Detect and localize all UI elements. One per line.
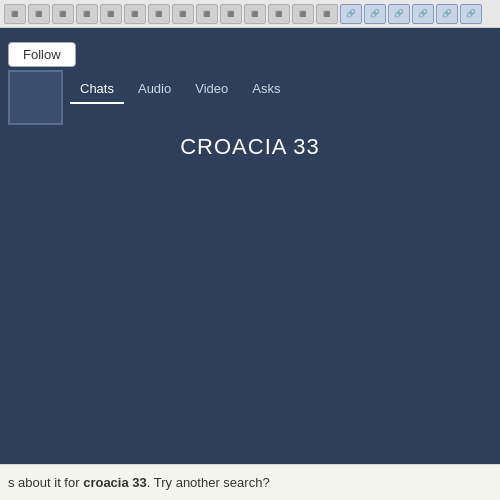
page-title: CROACIA 33	[0, 114, 500, 170]
link-icon-2[interactable]: 🔗	[364, 4, 386, 24]
tab-video[interactable]: Video	[185, 75, 238, 104]
toolbar-icon-7[interactable]: ▦	[148, 4, 170, 24]
main-area: Follow Chats Audio Video Asks CROACIA 33…	[0, 28, 500, 500]
tab-asks[interactable]: Asks	[242, 75, 290, 104]
message-prefix: s about it for	[8, 475, 83, 490]
toolbar-icon-12[interactable]: ▦	[268, 4, 290, 24]
search-term: croacia 33	[83, 475, 147, 490]
link-icon-3[interactable]: 🔗	[388, 4, 410, 24]
toolbar-icon-2[interactable]: ▦	[28, 4, 50, 24]
toolbar-icon-5[interactable]: ▦	[100, 4, 122, 24]
message-suffix: . Try another search?	[147, 475, 270, 490]
content-area	[0, 170, 500, 430]
toolbar-icon-10[interactable]: ▦	[220, 4, 242, 24]
toolbar-icon-1[interactable]: ▦	[4, 4, 26, 24]
avatar	[8, 70, 63, 125]
toolbar-icon-3[interactable]: ▦	[52, 4, 74, 24]
tab-chats[interactable]: Chats	[70, 75, 124, 104]
link-icon-5[interactable]: 🔗	[436, 4, 458, 24]
link-icon-6[interactable]: 🔗	[460, 4, 482, 24]
toolbar-icon-8[interactable]: ▦	[172, 4, 194, 24]
tab-audio[interactable]: Audio	[128, 75, 181, 104]
toolbar-icon-4[interactable]: ▦	[76, 4, 98, 24]
toolbar-icon-14[interactable]: ▦	[316, 4, 338, 24]
toolbar-icon-6[interactable]: ▦	[124, 4, 146, 24]
toolbar-icon-11[interactable]: ▦	[244, 4, 266, 24]
link-icon-1[interactable]: 🔗	[340, 4, 362, 24]
link-icon-4[interactable]: 🔗	[412, 4, 434, 24]
icon-bar: ▦ ▦ ▦ ▦ ▦ ▦ ▦ ▦ ▦ ▦ ▦ ▦ ▦ ▦ 🔗 🔗 🔗 🔗 🔗 🔗	[0, 0, 500, 28]
nav-tabs: Chats Audio Video Asks	[0, 67, 500, 104]
toolbar-icon-13[interactable]: ▦	[292, 4, 314, 24]
toolbar-icon-9[interactable]: ▦	[196, 4, 218, 24]
bottom-message: s about it for croacia 33. Try another s…	[0, 464, 500, 500]
follow-button[interactable]: Follow	[8, 42, 76, 67]
